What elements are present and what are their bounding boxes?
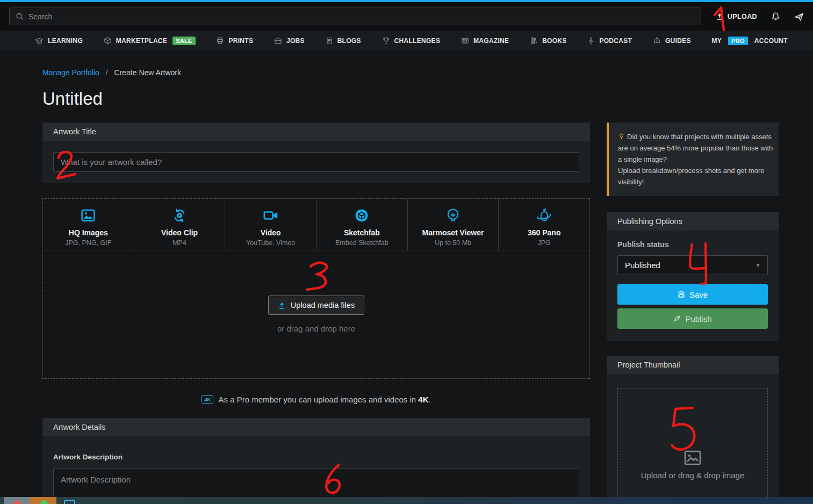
breadcrumb-current: Create New Artwork [114, 68, 181, 77]
artwork-details-header: Artwork Details [42, 418, 590, 436]
save-button[interactable]: Save [617, 284, 768, 305]
nav-item-jobs[interactable]: JOBS [274, 37, 305, 45]
breadcrumb-separator: / [106, 68, 108, 77]
media-label: Marmoset Viewer [422, 228, 484, 237]
nav-label: MARKETPLACE [116, 37, 167, 45]
nav-label: BOOKS [542, 37, 567, 45]
nav-item-my-account[interactable]: MY PRO ACCOUNT [712, 37, 788, 45]
lightbulb-icon [618, 133, 625, 140]
nav-item-guides[interactable]: GUIDES [653, 37, 691, 45]
artwork-title-header: Artwork Title [42, 123, 590, 141]
pro-4k-note: 4K As a Pro member you can upload images… [42, 395, 590, 404]
thumbnail-image-icon [684, 450, 702, 466]
nav-label: LEARNING [48, 37, 83, 45]
notifications-bell-icon[interactable] [771, 12, 780, 21]
blogs-icon [326, 37, 333, 45]
media-type-video-clip[interactable]: Video Clip MP4 [134, 199, 226, 250]
media-label: Video Clip [161, 228, 198, 237]
nav-item-blogs[interactable]: BLOGS [326, 37, 361, 45]
media-type-row: HQ Images JPG, PNG, GIF Video Clip MP4 V… [43, 199, 589, 250]
thumbnail-drop-zone[interactable]: Upload or drag & drop image [617, 388, 768, 504]
search-icon [16, 12, 24, 20]
nav-label: CHALLENGES [394, 37, 441, 45]
upload-media-label: Upload media files [291, 301, 355, 309]
media-sub: MP4 [172, 239, 186, 247]
breadcrumb-manage-portfolio-link[interactable]: Manage Portfolio [42, 68, 99, 77]
upload-label: UPLOAD [728, 13, 757, 20]
pro-badge: PRO [728, 37, 748, 45]
search-box[interactable] [9, 8, 701, 25]
upload-media-icon [278, 301, 286, 309]
4k-badge: 4K [202, 395, 213, 404]
pro-note-text: As a Pro member you can upload images an… [218, 395, 430, 404]
media-upload-zone[interactable]: HQ Images JPG, PNG, GIF Video Clip MP4 V… [42, 198, 590, 379]
media-sub: Up to 50 Mb [435, 239, 471, 247]
taskbar-blue-app-icon[interactable] [64, 500, 75, 504]
media-label: Video [261, 228, 281, 237]
chevron-down-icon: ▼ [756, 263, 760, 268]
account-label: ACCOUNT [754, 37, 788, 45]
nav-label: MAGAZINE [473, 37, 509, 45]
artwork-description-label: Artwork Description [53, 453, 579, 461]
media-sub: JPG [538, 239, 551, 247]
nav-item-challenges[interactable]: CHALLENGES [382, 37, 441, 45]
upload-icon [716, 12, 724, 20]
publish-button[interactable]: Publish [617, 308, 768, 329]
upload-media-files-button[interactable]: Upload media files [268, 296, 364, 315]
media-type-sketchfab[interactable]: Sketchfab Embed Sketchfab [316, 199, 408, 250]
tip-box: Did you know that projects with multiple… [607, 123, 779, 196]
media-type-video[interactable]: Video YouTube, Vimeo [225, 199, 316, 250]
media-label: 360 Pano [528, 228, 560, 237]
sale-badge: SALE [172, 37, 196, 45]
media-type-hq-images[interactable]: HQ Images JPG, PNG, GIF [43, 199, 134, 250]
nav-item-prints[interactable]: PRINTS [216, 37, 253, 45]
publish-status-select[interactable]: Published ▼ [617, 255, 768, 275]
project-thumbnail-header: Project Thumbnail [607, 356, 779, 374]
nav-item-marketplace[interactable]: MARKETPLACE SALE [104, 37, 196, 45]
nav-label: GUIDES [665, 37, 691, 45]
publish-label: Publish [685, 314, 711, 323]
hq-images-icon [80, 207, 96, 224]
publish-status-value: Published [625, 261, 660, 270]
nav-item-magazine[interactable]: MAGAZINE [461, 37, 509, 45]
main-content: Manage Portfolio / Create New Artwork Un… [0, 51, 813, 504]
artwork-title-input[interactable] [53, 152, 579, 172]
media-drop-zone[interactable]: Upload media files or drag and drop here [43, 250, 589, 378]
nav-label: JOBS [286, 37, 305, 45]
podcast-icon [587, 37, 595, 45]
media-type-360-pano[interactable]: 360 Pano JPG [499, 199, 589, 250]
main-nav: LEARNING MARKETPLACE SALE PRINTS JOBS BL… [0, 31, 813, 51]
taskbar-green-app-icon [40, 500, 48, 504]
marmoset-viewer-icon [445, 207, 461, 224]
challenges-icon [382, 37, 390, 45]
nav-item-podcast[interactable]: PODCAST [587, 37, 632, 45]
artwork-title-card: Artwork Title [42, 123, 590, 183]
media-sub: YouTube, Vimeo [246, 239, 295, 247]
taskbar [0, 497, 813, 504]
nav-label: PODCAST [599, 37, 632, 45]
messages-send-icon[interactable] [794, 12, 804, 21]
publishing-options-card: Publishing Options Publish status Publis… [607, 212, 779, 341]
publish-status-label: Publish status [617, 240, 768, 249]
upload-button[interactable]: UPLOAD [716, 12, 757, 20]
nav-label: PRINTS [228, 37, 253, 45]
pano-360-icon [536, 207, 552, 224]
top-bar: UPLOAD [0, 2, 813, 31]
my-label: MY [712, 37, 722, 45]
video-clip-icon [171, 207, 188, 224]
nav-item-books[interactable]: BOOKS [530, 37, 567, 45]
jobs-icon [274, 37, 282, 45]
nav-label: BLOGS [337, 37, 361, 45]
nav-item-learning[interactable]: LEARNING [35, 37, 83, 45]
publishing-options-header: Publishing Options [607, 212, 779, 231]
save-label: Save [689, 290, 708, 299]
search-input[interactable] [28, 12, 674, 21]
tip-text-1: Did you know that projects with multiple… [618, 133, 773, 163]
artwork-details-card: Artwork Details Artwork Description [42, 418, 590, 504]
books-icon [530, 37, 538, 45]
media-type-marmoset-viewer[interactable]: Marmoset Viewer Up to 50 Mb [408, 199, 499, 250]
media-sub: JPG, PNG, GIF [65, 239, 111, 247]
drag-drop-hint: or drag and drop here [277, 324, 355, 333]
publish-rocket-icon [673, 315, 681, 322]
media-label: Sketchfab [344, 228, 380, 237]
